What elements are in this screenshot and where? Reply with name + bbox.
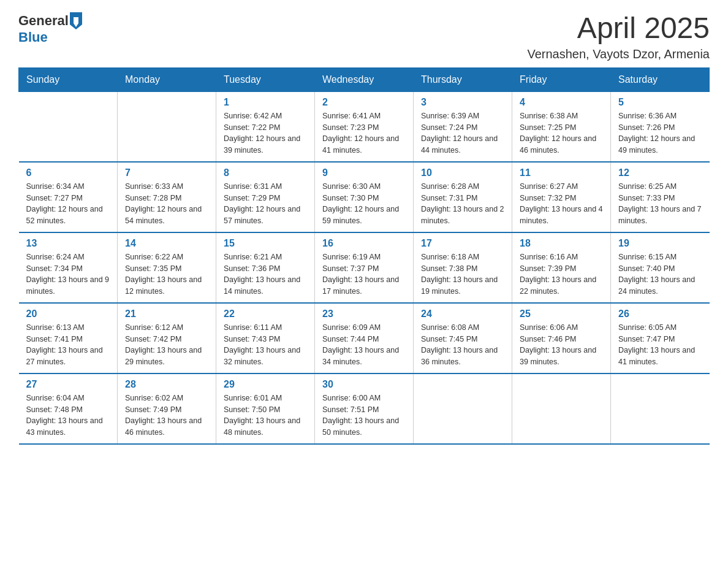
day-number: 14 (125, 238, 208, 249)
day-number: 21 (125, 308, 208, 320)
day-number: 5 (618, 97, 702, 108)
day-info: Sunrise: 6:16 AMSunset: 7:39 PMDaylight:… (520, 251, 603, 297)
calendar-cell: 17Sunrise: 6:18 AMSunset: 7:38 PMDayligh… (414, 232, 512, 303)
calendar-day-header-saturday: Saturday (611, 67, 710, 91)
calendar-cell: 14Sunrise: 6:22 AMSunset: 7:35 PMDayligh… (118, 232, 216, 303)
logo-general: General (18, 13, 69, 29)
day-info: Sunrise: 6:34 AMSunset: 7:27 PMDaylight:… (26, 181, 110, 227)
logo-icon (70, 12, 82, 29)
calendar-day-header-monday: Monday (118, 67, 216, 91)
day-info: Sunrise: 6:28 AMSunset: 7:31 PMDaylight:… (421, 181, 504, 227)
day-number: 7 (125, 167, 208, 178)
day-info: Sunrise: 6:30 AMSunset: 7:30 PMDaylight:… (322, 181, 406, 227)
day-info: Sunrise: 6:39 AMSunset: 7:24 PMDaylight:… (421, 110, 504, 156)
calendar-body: 1Sunrise: 6:42 AMSunset: 7:22 PMDaylight… (19, 91, 710, 444)
day-number: 15 (224, 238, 307, 249)
day-number: 17 (421, 238, 504, 249)
day-number: 20 (26, 308, 110, 320)
calendar-cell: 9Sunrise: 6:30 AMSunset: 7:30 PMDaylight… (315, 162, 414, 232)
day-number: 24 (421, 308, 504, 320)
day-number: 25 (520, 308, 603, 320)
calendar-cell: 28Sunrise: 6:02 AMSunset: 7:49 PMDayligh… (118, 373, 216, 444)
calendar-cell: 4Sunrise: 6:38 AMSunset: 7:25 PMDaylight… (512, 91, 611, 162)
title-block: April 2025 Vernashen, Vayots Dzor, Armen… (527, 12, 710, 61)
calendar-cell: 22Sunrise: 6:11 AMSunset: 7:43 PMDayligh… (216, 303, 315, 373)
calendar-cell: 2Sunrise: 6:41 AMSunset: 7:23 PMDaylight… (315, 91, 414, 162)
day-info: Sunrise: 6:08 AMSunset: 7:45 PMDaylight:… (421, 322, 504, 368)
calendar-cell: 7Sunrise: 6:33 AMSunset: 7:28 PMDaylight… (118, 162, 216, 232)
calendar-cell: 20Sunrise: 6:13 AMSunset: 7:41 PMDayligh… (19, 303, 118, 373)
calendar-table: SundayMondayTuesdayWednesdayThursdayFrid… (18, 67, 710, 445)
day-info: Sunrise: 6:06 AMSunset: 7:46 PMDaylight:… (520, 322, 603, 368)
calendar-cell: 27Sunrise: 6:04 AMSunset: 7:48 PMDayligh… (19, 373, 118, 444)
day-number: 18 (520, 238, 603, 249)
day-number: 13 (26, 238, 110, 249)
day-info: Sunrise: 6:27 AMSunset: 7:32 PMDaylight:… (520, 181, 603, 227)
day-number: 23 (322, 308, 406, 320)
day-info: Sunrise: 6:21 AMSunset: 7:36 PMDaylight:… (224, 251, 307, 297)
calendar-cell: 16Sunrise: 6:19 AMSunset: 7:37 PMDayligh… (315, 232, 414, 303)
day-number: 28 (125, 379, 208, 390)
calendar-day-header-friday: Friday (512, 67, 611, 91)
page-title: April 2025 (527, 12, 710, 45)
day-info: Sunrise: 6:00 AMSunset: 7:51 PMDaylight:… (322, 393, 406, 439)
calendar-week-row: 13Sunrise: 6:24 AMSunset: 7:34 PMDayligh… (19, 232, 710, 303)
calendar-cell (414, 373, 512, 444)
calendar-cell: 19Sunrise: 6:15 AMSunset: 7:40 PMDayligh… (611, 232, 710, 303)
calendar-cell: 18Sunrise: 6:16 AMSunset: 7:39 PMDayligh… (512, 232, 611, 303)
day-info: Sunrise: 6:31 AMSunset: 7:29 PMDaylight:… (224, 181, 307, 227)
day-info: Sunrise: 6:38 AMSunset: 7:25 PMDaylight:… (520, 110, 603, 156)
logo: General Blue (18, 12, 81, 45)
calendar-cell: 24Sunrise: 6:08 AMSunset: 7:45 PMDayligh… (414, 303, 512, 373)
calendar-cell (118, 91, 216, 162)
calendar-cell: 13Sunrise: 6:24 AMSunset: 7:34 PMDayligh… (19, 232, 118, 303)
day-number: 4 (520, 97, 603, 108)
calendar-cell: 26Sunrise: 6:05 AMSunset: 7:47 PMDayligh… (611, 303, 710, 373)
day-number: 3 (421, 97, 504, 108)
day-info: Sunrise: 6:22 AMSunset: 7:35 PMDaylight:… (125, 251, 208, 297)
day-info: Sunrise: 6:11 AMSunset: 7:43 PMDaylight:… (224, 322, 307, 368)
calendar-cell: 30Sunrise: 6:00 AMSunset: 7:51 PMDayligh… (315, 373, 414, 444)
calendar-cell: 6Sunrise: 6:34 AMSunset: 7:27 PMDaylight… (19, 162, 118, 232)
day-info: Sunrise: 6:13 AMSunset: 7:41 PMDaylight:… (26, 322, 110, 368)
day-info: Sunrise: 6:01 AMSunset: 7:50 PMDaylight:… (224, 393, 307, 439)
calendar-cell: 8Sunrise: 6:31 AMSunset: 7:29 PMDaylight… (216, 162, 315, 232)
day-info: Sunrise: 6:19 AMSunset: 7:37 PMDaylight:… (322, 251, 406, 297)
day-number: 1 (224, 97, 307, 108)
calendar-week-row: 6Sunrise: 6:34 AMSunset: 7:27 PMDaylight… (19, 162, 710, 232)
day-info: Sunrise: 6:42 AMSunset: 7:22 PMDaylight:… (224, 110, 307, 156)
day-number: 19 (618, 238, 702, 249)
day-number: 8 (224, 167, 307, 178)
day-number: 27 (26, 379, 110, 390)
day-number: 10 (421, 167, 504, 178)
calendar-cell (512, 373, 611, 444)
calendar-cell: 15Sunrise: 6:21 AMSunset: 7:36 PMDayligh… (216, 232, 315, 303)
day-info: Sunrise: 6:12 AMSunset: 7:42 PMDaylight:… (125, 322, 208, 368)
day-info: Sunrise: 6:04 AMSunset: 7:48 PMDaylight:… (26, 393, 110, 439)
day-number: 22 (224, 308, 307, 320)
calendar-day-header-wednesday: Wednesday (315, 67, 414, 91)
calendar-cell: 21Sunrise: 6:12 AMSunset: 7:42 PMDayligh… (118, 303, 216, 373)
page-subtitle: Vernashen, Vayots Dzor, Armenia (527, 47, 710, 61)
day-info: Sunrise: 6:02 AMSunset: 7:49 PMDaylight:… (125, 393, 208, 439)
calendar-header-row: SundayMondayTuesdayWednesdayThursdayFrid… (19, 67, 710, 91)
day-info: Sunrise: 6:36 AMSunset: 7:26 PMDaylight:… (618, 110, 702, 156)
calendar-cell: 3Sunrise: 6:39 AMSunset: 7:24 PMDaylight… (414, 91, 512, 162)
day-number: 29 (224, 379, 307, 390)
day-number: 16 (322, 238, 406, 249)
calendar-week-row: 27Sunrise: 6:04 AMSunset: 7:48 PMDayligh… (19, 373, 710, 444)
calendar-day-header-thursday: Thursday (414, 67, 512, 91)
calendar-cell: 10Sunrise: 6:28 AMSunset: 7:31 PMDayligh… (414, 162, 512, 232)
calendar-cell: 1Sunrise: 6:42 AMSunset: 7:22 PMDaylight… (216, 91, 315, 162)
day-number: 2 (322, 97, 406, 108)
day-number: 30 (322, 379, 406, 390)
calendar-cell: 12Sunrise: 6:25 AMSunset: 7:33 PMDayligh… (611, 162, 710, 232)
calendar-cell: 25Sunrise: 6:06 AMSunset: 7:46 PMDayligh… (512, 303, 611, 373)
day-info: Sunrise: 6:33 AMSunset: 7:28 PMDaylight:… (125, 181, 208, 227)
day-info: Sunrise: 6:15 AMSunset: 7:40 PMDaylight:… (618, 251, 702, 297)
calendar-cell: 11Sunrise: 6:27 AMSunset: 7:32 PMDayligh… (512, 162, 611, 232)
day-info: Sunrise: 6:25 AMSunset: 7:33 PMDaylight:… (618, 181, 702, 227)
calendar-cell (19, 91, 118, 162)
day-info: Sunrise: 6:05 AMSunset: 7:47 PMDaylight:… (618, 322, 702, 368)
logo-blue: Blue (18, 29, 48, 45)
